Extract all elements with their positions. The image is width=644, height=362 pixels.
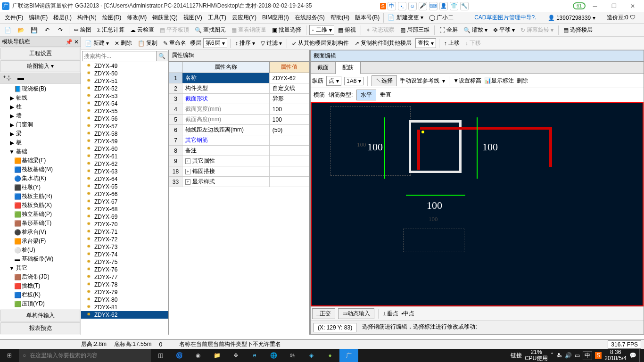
- save-button[interactable]: 💾: [28, 25, 40, 35]
- menu-BIM应用(I)[interactable]: BIM应用(I): [259, 13, 292, 23]
- bird-view-button[interactable]: ▦俯视: [336, 25, 358, 35]
- menu-构件(N)[interactable]: 构件(N): [74, 13, 99, 23]
- tree-item[interactable]: ⬛柱墩(Y): [1, 183, 80, 192]
- tree-item[interactable]: 📘现浇板(B): [1, 84, 80, 93]
- prop-row[interactable]: 7其它钢筋: [169, 135, 309, 146]
- nav-section-settings[interactable]: 工程设置: [0, 48, 80, 59]
- ime-tray[interactable]: 中: [583, 351, 592, 360]
- point-select[interactable]: 点 ▾: [326, 76, 341, 86]
- tree-item[interactable]: 🟦栏板(K): [1, 290, 80, 299]
- prop-row[interactable]: 5截面高度(mm)100: [169, 115, 309, 125]
- app-icon-1[interactable]: 🌀: [170, 349, 189, 362]
- set-mark-button[interactable]: ▼设置标高: [453, 77, 481, 85]
- select-button[interactable]: ↖选择: [372, 75, 397, 86]
- prop-row[interactable]: 18+锚固搭接: [169, 166, 309, 177]
- app-icon-6[interactable]: ●: [321, 349, 339, 362]
- prop-row[interactable]: 33+显示样式: [169, 177, 309, 187]
- list-item[interactable]: ZDYX-56: [81, 115, 168, 123]
- tray-up-icon[interactable]: ˄: [551, 352, 553, 359]
- draw-button[interactable]: ✏绘图: [72, 25, 93, 35]
- menu-版本号(B)[interactable]: 版本号(B): [352, 13, 382, 23]
- list-item[interactable]: ZDYX-62: [81, 311, 168, 319]
- prop-row[interactable]: 4截面宽度(mm)100: [169, 104, 309, 115]
- ime-lang[interactable]: 中: [388, 2, 396, 10]
- vert-snap-button[interactable]: ⊥垂点: [382, 310, 398, 318]
- close-button[interactable]: ✕: [623, 0, 642, 12]
- tree-item[interactable]: 🟫后浇带(JD): [1, 272, 80, 281]
- tree-item[interactable]: 🟥筏板负筋(X): [1, 201, 80, 210]
- vertical-button[interactable]: 垂直: [380, 91, 391, 99]
- list-item[interactable]: ZDYX-65: [81, 183, 168, 190]
- view-steel-button[interactable]: ▦查看钢筋量: [230, 25, 268, 35]
- store-icon[interactable]: 🛍: [283, 349, 302, 362]
- notification-icon[interactable]: 💬: [629, 352, 636, 359]
- rotate-button[interactable]: ↻屏幕旋转 ▾: [519, 25, 555, 35]
- nav-single-input[interactable]: 单构件输入: [0, 310, 80, 321]
- start-button[interactable]: ⊞: [0, 349, 19, 362]
- cloud-check-button[interactable]: ☁云检查: [128, 25, 156, 35]
- tree-item[interactable]: 🟥挑檐(T): [1, 281, 80, 290]
- tree-item[interactable]: ▶柱: [1, 102, 80, 111]
- tray-net-icon[interactable]: 🖧: [556, 352, 562, 359]
- copy-from-button[interactable]: ↙从其他楼层复制构件: [290, 38, 351, 48]
- list-item[interactable]: ZDYX-59: [81, 138, 168, 145]
- menu-工具(T)[interactable]: 工具(T): [205, 13, 229, 23]
- fullscreen-button[interactable]: ⛶全屏: [438, 25, 460, 35]
- prop-row[interactable]: 8备注: [169, 146, 309, 156]
- minimize-button[interactable]: ─: [586, 0, 604, 12]
- list-item[interactable]: ZDYX-61: [81, 153, 168, 160]
- menu-帮助(H)[interactable]: 帮助(H): [328, 13, 353, 23]
- sum-button[interactable]: Σ 汇总计算: [95, 25, 126, 35]
- tree-item[interactable]: 🟧承台梁(F): [1, 237, 80, 246]
- tree-item[interactable]: ⚫桩承台(V): [1, 228, 80, 237]
- tree-item[interactable]: ▶梁: [1, 129, 80, 138]
- net-label[interactable]: 链接: [511, 352, 522, 360]
- batch-select-button[interactable]: ▣批量选择: [270, 25, 303, 35]
- tree-item[interactable]: 🟦筏板基础(M): [1, 165, 80, 174]
- edge-icon[interactable]: e: [245, 349, 264, 362]
- notification-badge[interactable]: 61: [573, 2, 586, 9]
- tree-item[interactable]: ⚪桩(U): [1, 246, 80, 255]
- copy-comp-button[interactable]: 📋复制: [136, 38, 159, 48]
- list-item[interactable]: ZDYX-62: [81, 160, 168, 168]
- list-item[interactable]: ZDYX-67: [81, 198, 168, 206]
- open-button[interactable]: 📂: [15, 25, 26, 35]
- list-item[interactable]: ZDYX-69: [81, 213, 168, 221]
- list-item[interactable]: ZDYX-52: [81, 85, 168, 92]
- view-2d-select[interactable]: ▫ 二维 ▾: [309, 25, 334, 35]
- manual-ref-button[interactable]: 手动设置参考线: [400, 77, 439, 85]
- list-item[interactable]: ZDYX-50: [81, 70, 168, 77]
- user-menu[interactable]: ◯ 广小二: [426, 13, 456, 23]
- pan-button[interactable]: ✥平移 ▾: [491, 25, 517, 35]
- filter-button[interactable]: ▽过滤 ▾: [259, 38, 284, 48]
- ime-kbd[interactable]: ⌨: [429, 2, 438, 10]
- nav-tab-2[interactable]: ▬: [15, 73, 27, 83]
- list-item[interactable]: ZDYX-77: [81, 273, 168, 281]
- list-item[interactable]: ZDYX-78: [81, 281, 168, 288]
- prop-row[interactable]: 9+其它属性: [169, 156, 309, 166]
- coin-label[interactable]: 造价豆:0 🛡: [604, 13, 638, 23]
- phone-label[interactable]: 👤 13907298339 ▾: [545, 14, 598, 22]
- tree-item[interactable]: ▬基础板带(W): [1, 255, 80, 263]
- menu-在线服务(S)[interactable]: 在线服务(S): [292, 13, 328, 23]
- list-item[interactable]: ZDYX-63: [81, 168, 168, 175]
- tree-item[interactable]: ▼基础: [1, 147, 80, 156]
- menu-视图(V)[interactable]: 视图(V): [181, 13, 205, 23]
- clock[interactable]: 8:362018/5/4: [604, 349, 627, 362]
- list-item[interactable]: ZDYX-74: [81, 251, 168, 258]
- tree-item[interactable]: ▼自定义: [1, 308, 80, 309]
- app-icon-4[interactable]: ❖: [226, 349, 245, 362]
- prop-row[interactable]: 6轴线距左边线距离(mm)(50): [169, 125, 309, 135]
- menu-云应用(Y)[interactable]: 云应用(Y): [229, 13, 259, 23]
- section-canvas[interactable]: 100 100 100 100 100: [311, 102, 644, 306]
- list-item[interactable]: ZDYX-57: [81, 123, 168, 130]
- search-input[interactable]: [83, 51, 156, 61]
- undo-button[interactable]: ↶: [41, 25, 53, 35]
- ime-punct[interactable]: •,: [398, 2, 406, 10]
- floor-select[interactable]: 第6层 ▾: [203, 38, 227, 48]
- app-icon-2[interactable]: ◉: [189, 349, 207, 362]
- del-comp-button[interactable]: ✕删除: [113, 38, 134, 48]
- dyn-view-button[interactable]: ✦动态观察: [364, 25, 396, 35]
- list-item[interactable]: ZDYX-72: [81, 236, 168, 243]
- del-mark-button[interactable]: 删除: [517, 77, 528, 85]
